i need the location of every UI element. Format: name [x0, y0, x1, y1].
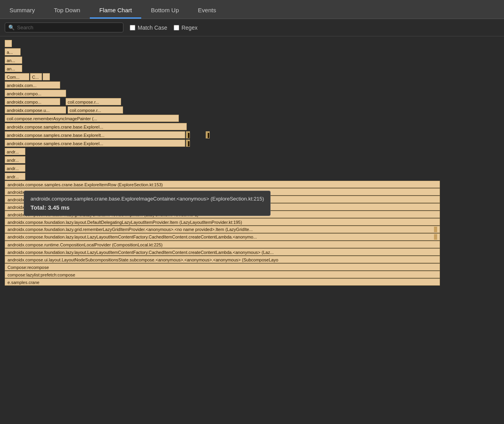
tooltip-total: Total: 3.45 ms — [30, 204, 264, 211]
tab-flamechart[interactable]: Flame Chart — [90, 3, 142, 19]
flame-row-compositionlocal[interactable]: androidx.compose.runtime.CompositionLoca… — [5, 241, 440, 248]
flame-block[interactable]: coil.compose.r... — [68, 106, 123, 114]
flame-block[interactable]: andr... — [5, 165, 25, 172]
flame-row-rememberlazygrid[interactable]: androidx.compose.foundation.lazy.grid.re… — [5, 226, 440, 233]
flame-block[interactable]: ▌ — [206, 131, 210, 138]
flame-row: androidx.com... — [5, 81, 504, 89]
search-box: 🔍 — [5, 23, 123, 32]
flame-row: andr... — [5, 156, 504, 164]
flame-row — [5, 40, 504, 47]
flame-block[interactable]: androidx.compose.u... — [5, 106, 66, 114]
flame-block[interactable]: a... — [5, 48, 21, 55]
flame-block[interactable]: andr... — [5, 173, 25, 180]
tab-summary[interactable]: Summary — [0, 3, 44, 19]
flame-row: androidx.compose.samples.crane.base.Expl… — [5, 131, 504, 139]
search-input[interactable] — [17, 25, 120, 30]
regex-checkbox[interactable] — [174, 25, 179, 30]
regex-label: Regex — [182, 25, 197, 31]
flame-block[interactable]: androidx.compose.samples.crane.base.Expl… — [5, 123, 187, 130]
flame-row: a... — [5, 48, 504, 56]
match-case-checkbox[interactable] — [130, 25, 135, 30]
flame-block[interactable]: andr... — [5, 156, 25, 163]
flame-block[interactable]: Com... — [5, 73, 29, 80]
flame-row: androidx.compo... — [5, 89, 504, 97]
flame-row-exploreitemrow[interactable]: androidx.compose.samples.crane.base.Expl… — [5, 181, 440, 188]
flame-area[interactable]: a... an... an... Com... C... androidx.co… — [0, 36, 504, 424]
flame-row-compose-recompose[interactable]: Compose:recompose — [5, 263, 440, 271]
flame-row: an... — [5, 64, 504, 72]
tab-events[interactable]: Events — [188, 3, 225, 19]
flame-block[interactable]: androidx.compo... — [5, 90, 66, 97]
flame-row: andr... — [5, 148, 504, 155]
tab-bar: Summary Top Down Flame Chart Bottom Up E… — [0, 0, 504, 19]
flame-row: andr... — [5, 164, 504, 172]
flame-block[interactable] — [43, 73, 50, 80]
flame-row: coil.compose.rememberAsyncImagePainter (… — [5, 114, 504, 122]
flame-block[interactable]: ▌ — [186, 140, 190, 147]
flame-row: an... — [5, 56, 504, 64]
flame-row-lazylist-prefetch[interactable]: compose:lazylist:prefetch:compose — [5, 271, 440, 278]
match-case-label: Match Case — [138, 25, 167, 31]
flame-row: Com... C... — [5, 73, 504, 81]
flame-block[interactable]: coil.compose.r... — [66, 98, 121, 105]
flame-row-cacheditem-1[interactable]: androidx.compose.foundation.lazy.layout.… — [5, 233, 440, 240]
flame-row: androidx.compose.u... coil.compose.r... — [5, 106, 504, 114]
flame-block[interactable]: androidx.compose.samples.crane.base.Expl… — [5, 140, 185, 147]
flame-row-defaultdelegating[interactable]: androidx.compose.foundation.lazy.layout.… — [5, 218, 440, 225]
flame-block[interactable]: coil.compose.rememberAsyncImagePainter (… — [5, 115, 179, 122]
tooltip-title: androidx.compose.samples.crane.base.Expl… — [30, 196, 264, 202]
flame-row-esamples[interactable]: e.samples.crane — [5, 278, 440, 286]
flame-block[interactable]: an... — [5, 57, 22, 64]
flame-block[interactable] — [5, 40, 12, 47]
flame-block[interactable]: ▌ — [186, 131, 190, 138]
search-icon: 🔍 — [8, 25, 15, 30]
flame-row: androidx.compo... coil.compose.r... — [5, 98, 504, 106]
flame-block[interactable]: an... — [5, 65, 22, 72]
match-case-group[interactable]: Match Case — [130, 25, 167, 31]
flame-row: andr... — [5, 172, 504, 180]
regex-group[interactable]: Regex — [174, 25, 197, 31]
tab-bottomup[interactable]: Bottom Up — [141, 3, 188, 19]
flame-block[interactable]: andr... — [5, 148, 25, 155]
flame-row-subcompose[interactable]: androidx.compose.ui.layout.LayoutNodeSub… — [5, 256, 440, 263]
flame-row-cacheditem-2[interactable]: androidx.compose.foundation.lazy.layout.… — [5, 248, 440, 256]
flame-row: androidx.compose.samples.crane.base.Expl… — [5, 139, 504, 147]
flame-row: androidx.compose.samples.crane.base.Expl… — [5, 123, 504, 131]
tooltip: androidx.compose.samples.crane.base.Expl… — [24, 191, 271, 216]
flame-block[interactable]: androidx.compo... — [5, 98, 60, 105]
flame-block[interactable]: androidx.com... — [5, 81, 60, 89]
tab-topdown[interactable]: Top Down — [44, 3, 90, 19]
flame-block[interactable]: C... — [30, 73, 42, 80]
toolbar: 🔍 Match Case Regex — [0, 19, 504, 36]
flame-block[interactable]: androidx.compose.samples.crane.base.Expl… — [5, 131, 185, 138]
